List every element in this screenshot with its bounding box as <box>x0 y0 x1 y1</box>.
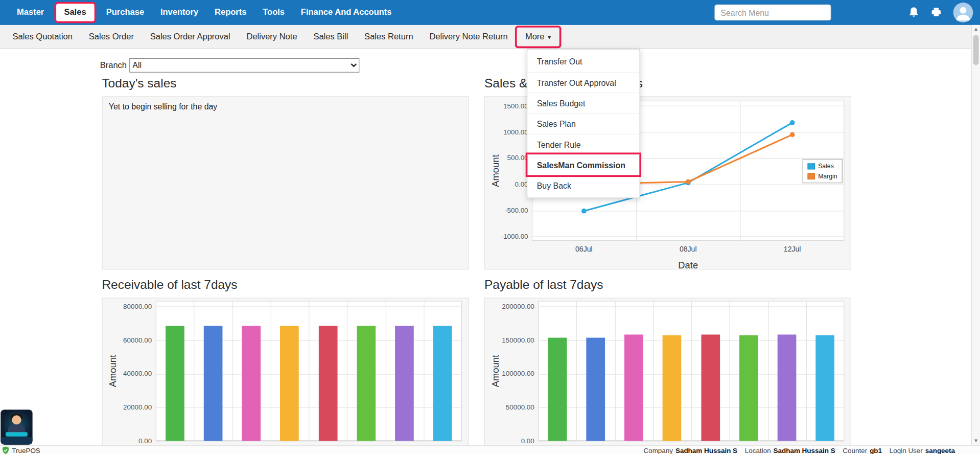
scroll-down-arrow-icon[interactable]: ▼ <box>972 437 980 445</box>
x-tick-label: 12Jul <box>774 245 811 253</box>
legend-swatch <box>807 173 815 179</box>
y-tick-label: 100000.00 <box>497 370 534 378</box>
gridline-vertical <box>194 301 195 441</box>
bar-3 <box>242 326 261 441</box>
y-tick-label: 200000.00 <box>497 303 534 311</box>
menu-tools[interactable]: Tools <box>254 0 293 25</box>
gridline-vertical <box>385 301 386 441</box>
menu-item-sales-plan[interactable]: Sales Plan <box>527 113 639 133</box>
gridline-vertical <box>730 301 730 441</box>
legend-item-sales: Sales <box>807 163 837 169</box>
search-menu-input[interactable] <box>714 5 831 21</box>
company-field: Company Sadham Hussain S <box>643 446 737 454</box>
logo-laptop <box>6 432 28 437</box>
counter-label: Counter <box>843 446 867 454</box>
bar-5 <box>318 326 337 441</box>
x-axis-label: Date <box>663 260 713 270</box>
legend-label: Margin <box>818 173 837 179</box>
legend-label: Sales <box>818 163 834 169</box>
gridline-vertical <box>347 301 347 441</box>
vertical-scrollbar[interactable]: ▲ ▼ <box>971 25 980 445</box>
branch-select[interactable]: All <box>129 58 359 73</box>
y-tick-label: 150000.00 <box>497 336 534 345</box>
company-value: Sadham Hussain S <box>675 446 737 454</box>
menu-purchase[interactable]: Purchase <box>98 0 152 25</box>
subnav-sales-bill[interactable]: Sales Bill <box>305 25 356 48</box>
menu-inventory[interactable]: Inventory <box>152 0 206 25</box>
location-value: Sadham Hussain S <box>774 446 835 454</box>
statusbar-brand: TruePOS <box>2 446 40 454</box>
data-point <box>581 209 587 214</box>
legend-swatch <box>807 163 815 169</box>
bar-4 <box>280 326 299 441</box>
y-tick-label: 0.00 <box>491 180 528 189</box>
person-icon <box>953 3 973 22</box>
payable-chart: 200000.00150000.00100000.0050000.000.00 <box>485 298 851 454</box>
todays-sales-title: Today's sales <box>102 76 176 90</box>
main-menu: Master Sales Purchase Inventory Reports … <box>9 0 400 25</box>
menu-reports[interactable]: Reports <box>206 0 254 25</box>
y-tick-label: -1000.00 <box>491 233 528 241</box>
gridline-vertical <box>691 301 692 441</box>
gridline-vertical <box>768 301 768 441</box>
gridline-vertical <box>232 301 232 441</box>
location-label: Location <box>745 446 771 454</box>
subnav-more[interactable]: More ▾ <box>517 27 559 46</box>
user-avatar[interactable] <box>953 3 973 22</box>
receivable-chart: 80000.0060000.0040000.0020000.000.00 <box>103 298 469 454</box>
subnav-sales-quotation[interactable]: Sales Quotation <box>5 25 81 48</box>
data-point <box>790 120 795 125</box>
top-navigation-bar: Master Sales Purchase Inventory Reports … <box>0 0 980 25</box>
counter-field: Counter gb1 <box>843 446 882 454</box>
truepos-logo[interactable] <box>1 410 32 444</box>
login-user-label: Login User <box>890 446 923 454</box>
menu-item-transfer-out[interactable]: Transfer Out <box>527 51 639 72</box>
notifications-button[interactable] <box>907 6 921 20</box>
y-tick-label: 500.00 <box>491 154 528 162</box>
y-tick-label: 50000.00 <box>497 403 534 412</box>
subnav-delivery-note[interactable]: Delivery Note <box>239 25 306 48</box>
subnav-sales-return[interactable]: Sales Return <box>356 25 421 48</box>
menu-item-salesman-commission[interactable]: SalesMan Commission <box>527 154 639 175</box>
y-tick-label: 80000.00 <box>114 303 152 311</box>
scroll-up-arrow-icon[interactable]: ▲ <box>972 25 980 34</box>
gridline-vertical <box>309 301 309 441</box>
menu-item-transfer-out-approval[interactable]: Transfer Out Approval <box>527 72 639 93</box>
logo-desk <box>1 437 32 445</box>
y-tick-label: 1000.00 <box>491 128 528 136</box>
print-button[interactable] <box>930 6 944 20</box>
bar-3 <box>624 334 643 441</box>
menu-item-tender-rule[interactable]: Tender Rule <box>527 134 639 154</box>
subnav-delivery-note-return[interactable]: Delivery Note Return <box>421 25 516 48</box>
chart-legend: SalesMargin <box>803 159 843 184</box>
bar-7 <box>778 334 797 441</box>
bar-7 <box>395 326 414 441</box>
payable-panel: Amount 200000.00150000.00100000.0050000.… <box>484 298 851 454</box>
menu-item-buy-back[interactable]: Buy Back <box>527 175 639 195</box>
todays-sales-panel: Yet to begin selling for the day <box>102 96 469 269</box>
sales-sub-navigation: Sales Quotation Sales Order Sales Order … <box>0 25 980 49</box>
y-tick-label: -500.00 <box>491 207 528 215</box>
menu-master[interactable]: Master <box>9 0 52 25</box>
shield-check-icon <box>2 446 10 454</box>
todays-sales-empty-message: Yet to begin selling for the day <box>103 97 469 117</box>
gridline-vertical <box>615 301 615 441</box>
subnav-sales-order[interactable]: Sales Order <box>81 25 142 48</box>
gridline-vertical <box>270 301 271 441</box>
logo-figure-head <box>12 415 21 424</box>
bar-8 <box>433 326 452 441</box>
gridline-vertical <box>653 301 654 441</box>
receivable-title: Receivable of last 7days <box>102 278 237 292</box>
bar-2 <box>586 337 605 441</box>
bar-4 <box>663 335 682 441</box>
x-tick-label: 08Jul <box>669 245 707 253</box>
scroll-thumb[interactable] <box>973 35 979 65</box>
menu-finance-and-accounts[interactable]: Finance And Accounts <box>293 0 400 25</box>
bar-8 <box>816 335 835 441</box>
menu-sales[interactable]: Sales <box>56 4 95 21</box>
brand-name: TruePOS <box>12 446 40 454</box>
gridline-vertical <box>806 301 807 441</box>
menu-item-sales-budget[interactable]: Sales Budget <box>527 93 639 113</box>
subnav-sales-order-approval[interactable]: Sales Order Approval <box>142 25 239 48</box>
status-bar: TruePOS Company Sadham Hussain S Locatio… <box>0 445 980 454</box>
